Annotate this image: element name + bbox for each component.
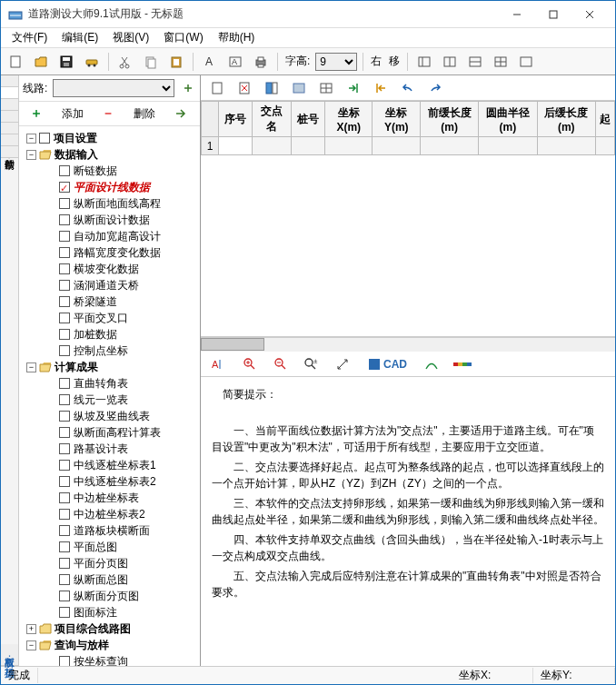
tree-label[interactable]: 横坡变化数据 <box>74 261 139 277</box>
rt-import-icon[interactable] <box>343 77 364 99</box>
checkbox[interactable] <box>59 313 70 323</box>
open-button[interactable] <box>30 51 52 73</box>
checkbox[interactable] <box>59 394 70 405</box>
tree-item-19[interactable]: 路基设计表 <box>21 441 198 457</box>
tree-label[interactable]: 平面分页图 <box>74 555 128 571</box>
tree-item-25[interactable]: 平面总图 <box>21 539 198 555</box>
go-button[interactable] <box>174 107 189 120</box>
curve-icon[interactable] <box>421 353 442 375</box>
expander-icon[interactable]: − <box>26 640 36 650</box>
tree-label[interactable]: 纵断面地面线高程 <box>74 195 161 212</box>
cut-button[interactable] <box>114 51 136 73</box>
add-label[interactable]: 添加 <box>62 106 84 122</box>
layout-4-button[interactable] <box>490 51 512 73</box>
delete-label[interactable]: 删除 <box>134 106 155 122</box>
tree-item-17[interactable]: 纵坡及竖曲线表 <box>21 408 198 424</box>
checkbox[interactable] <box>59 214 70 225</box>
tree-label[interactable]: 纵断面分页图 <box>74 588 139 604</box>
cell[interactable] <box>537 137 595 155</box>
tree-label[interactable]: 桥梁隧道 <box>74 293 117 310</box>
checkbox[interactable] <box>59 411 70 422</box>
tree-item-12[interactable]: 加桩数据 <box>21 326 198 342</box>
print-button[interactable] <box>250 51 272 73</box>
tree-item-26[interactable]: 平面分页图 <box>21 555 198 571</box>
checkbox[interactable] <box>59 231 70 242</box>
minimize-button[interactable] <box>499 1 535 28</box>
checkbox[interactable] <box>59 296 70 307</box>
cell[interactable] <box>252 137 291 155</box>
tree-label[interactable]: 计算成果 <box>55 359 98 375</box>
right-label[interactable]: 右 <box>369 54 383 69</box>
checkbox[interactable] <box>59 329 70 340</box>
tree-label[interactable]: 图面标注 <box>74 604 117 620</box>
tree-label[interactable]: 控制点坐标 <box>74 342 128 359</box>
tree-item-20[interactable]: 中线逐桩坐标表1 <box>21 457 198 473</box>
route-action-button[interactable] <box>180 80 196 96</box>
tree-item-1[interactable]: −数据输入 <box>21 146 198 163</box>
checkbox[interactable] <box>59 656 70 666</box>
expander-icon[interactable]: − <box>26 362 36 372</box>
rt-clear-icon[interactable] <box>288 77 310 99</box>
col-5[interactable]: 前缓长度(m) <box>420 102 478 137</box>
zoom-out-icon[interactable] <box>270 353 292 375</box>
route-select[interactable] <box>53 79 174 97</box>
checkbox[interactable] <box>59 558 70 569</box>
cell[interactable] <box>479 137 537 155</box>
vtab-3[interactable]: 隧道分析 <box>1 111 18 123</box>
tree-label[interactable]: 项目综合线路图 <box>55 620 131 637</box>
checkbox[interactable] <box>59 165 70 176</box>
grid-body[interactable] <box>201 155 615 337</box>
tree-item-24[interactable]: 道路板块横断面 <box>21 522 198 539</box>
col-3[interactable]: 坐标X(m) <box>324 102 372 137</box>
tree-label[interactable]: 纵断面总图 <box>74 571 128 588</box>
rt-insert-icon[interactable] <box>261 77 283 99</box>
text-box-button[interactable]: A <box>224 51 246 73</box>
add-icon[interactable]: ＋ <box>30 105 43 122</box>
col-8[interactable]: 起 <box>595 102 614 137</box>
tree-item-5[interactable]: 纵断面设计数据 <box>21 212 198 228</box>
tree-label[interactable]: 平面交叉口 <box>74 310 128 326</box>
vtab-0[interactable]: 导线平差 <box>1 75 18 87</box>
tree-item-15[interactable]: 直曲转角表 <box>21 375 198 392</box>
tree-label[interactable]: 纵坡及竖曲线表 <box>74 408 150 424</box>
tree-item-16[interactable]: 线元一览表 <box>21 392 198 408</box>
tree-label[interactable]: 直曲转角表 <box>74 375 128 392</box>
checkbox[interactable] <box>59 541 70 552</box>
tree-label[interactable]: 中线逐桩坐标表2 <box>74 473 156 490</box>
tree-item-0[interactable]: −项目设置 <box>21 130 198 146</box>
cell[interactable] <box>219 137 253 155</box>
color-bar-icon[interactable] <box>452 353 473 375</box>
tree-label[interactable]: 自动加宽超高设计 <box>74 228 161 244</box>
rt-delete-icon[interactable] <box>233 77 255 99</box>
shift-label[interactable]: 移 <box>387 54 402 69</box>
layout-1-button[interactable] <box>413 51 435 73</box>
tree-label[interactable]: 按坐标查询 <box>74 653 128 666</box>
tree-label[interactable]: 中线逐桩坐标表1 <box>74 457 156 473</box>
col-6[interactable]: 圆曲半径(m) <box>479 102 537 137</box>
layout-3-button[interactable] <box>464 51 486 73</box>
row-1-head[interactable]: 1 <box>202 137 219 155</box>
tree[interactable]: −项目设置−数据输入断链数据平面设计线数据纵断面地面线高程纵断面设计数据自动加宽… <box>19 126 200 666</box>
checkbox[interactable] <box>59 198 70 209</box>
cell[interactable] <box>595 137 614 155</box>
tree-label[interactable]: 项目设置 <box>54 130 97 146</box>
maximize-button[interactable] <box>535 1 571 28</box>
ruler-icon[interactable]: A <box>208 353 230 375</box>
menu-view[interactable]: 视图(V) <box>105 28 156 47</box>
col-2[interactable]: 桩号 <box>292 102 325 137</box>
checkbox[interactable] <box>59 182 70 193</box>
menu-help[interactable]: 帮助(H) <box>211 28 263 47</box>
tree-item-32[interactable]: 按坐标查询 <box>21 653 198 666</box>
menu-file[interactable]: 文件(F) <box>5 28 55 47</box>
tree-label[interactable]: 数据输入 <box>55 146 98 163</box>
rt-export-icon[interactable] <box>370 77 392 99</box>
tree-label[interactable]: 平面总图 <box>74 539 117 555</box>
tree-item-8[interactable]: 横坡变化数据 <box>21 261 198 277</box>
checkbox[interactable] <box>59 492 70 503</box>
vtab-6[interactable]: 软件帮助 <box>1 146 18 158</box>
vtab-5[interactable]: 常用工具 <box>1 134 18 146</box>
tree-item-10[interactable]: 桥梁隧道 <box>21 293 198 310</box>
checkbox[interactable] <box>59 247 70 258</box>
rt-undo-icon[interactable] <box>397 77 419 99</box>
tree-item-4[interactable]: 纵断面地面线高程 <box>21 195 198 212</box>
